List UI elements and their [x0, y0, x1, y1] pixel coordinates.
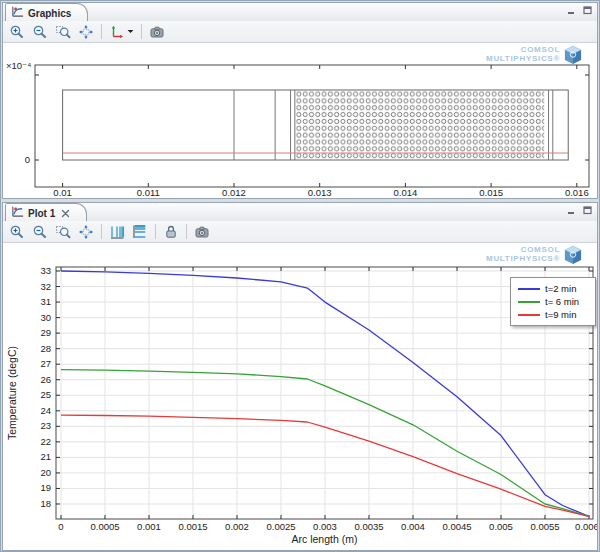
x-axis-log-scale-button[interactable]	[106, 222, 128, 242]
svg-text:0.004: 0.004	[401, 521, 425, 532]
legend-line-sample	[518, 314, 540, 316]
svg-text:0.015: 0.015	[479, 187, 503, 198]
svg-text:20: 20	[40, 467, 51, 478]
legend: t=2 mint= 6 mint=9 min	[510, 277, 596, 326]
comsol-cube-icon	[564, 45, 582, 69]
svg-text:0: 0	[58, 521, 63, 532]
zoom-extents-button[interactable]	[75, 222, 97, 242]
minimize-icon[interactable]	[567, 6, 576, 15]
svg-text:0.001: 0.001	[137, 521, 161, 532]
svg-text:0: 0	[25, 154, 30, 165]
svg-text:0.0005: 0.0005	[90, 521, 119, 532]
comsol-logo-line2: MULTIPHYSICS®	[486, 254, 560, 263]
plot-panel: Plot 1 00.00050.0010.00150.0020.00250.00…	[2, 202, 598, 551]
legend-item: t=9 min	[511, 308, 595, 321]
plot-canvas[interactable]: 00.00050.0010.00150.0020.00250.0030.0035…	[3, 243, 597, 550]
manual-axis-limits-icon	[163, 224, 179, 240]
plot-toolbar	[3, 221, 597, 243]
svg-text:22: 22	[40, 436, 51, 447]
zoom-in-icon	[9, 24, 25, 40]
go-to-default-view-button[interactable]	[106, 22, 137, 42]
svg-text:0.01: 0.01	[53, 187, 72, 198]
zoom-extents-button[interactable]	[75, 22, 97, 42]
tab-plot-1[interactable]: Plot 1	[5, 203, 87, 222]
svg-text:18: 18	[40, 498, 51, 509]
svg-text:0.013: 0.013	[308, 187, 332, 198]
zoom-out-button[interactable]	[29, 222, 51, 242]
zoom-in-button[interactable]	[6, 22, 28, 42]
svg-text:0.016: 0.016	[565, 187, 589, 198]
tab-graphics[interactable]: Graphics	[5, 3, 88, 22]
zoom-in-button[interactable]	[6, 222, 28, 242]
zoom-box-button[interactable]	[52, 22, 74, 42]
graphics-panel: Graphics 0.010.0110.0120.0130.0140.0150.…	[2, 2, 598, 199]
toolbar-separator	[101, 224, 102, 239]
svg-text:26: 26	[40, 374, 51, 385]
graphics-tab-icon	[11, 4, 24, 22]
close-icon[interactable]	[61, 209, 70, 218]
plot-tab-label: Plot 1	[28, 208, 55, 219]
svg-text:21: 21	[40, 451, 51, 462]
svg-text:0.014: 0.014	[394, 187, 418, 198]
comsol-logo-line2: MULTIPHYSICS®	[486, 54, 560, 63]
svg-text:23: 23	[40, 420, 51, 431]
svg-text:0.0045: 0.0045	[442, 521, 471, 532]
image-snapshot-button[interactable]	[146, 22, 168, 42]
manual-axis-limits-button[interactable]	[160, 222, 182, 242]
image-snapshot-button[interactable]	[191, 222, 213, 242]
svg-text:24: 24	[40, 405, 51, 416]
svg-text:0.005: 0.005	[489, 521, 513, 532]
svg-text:30: 30	[40, 312, 51, 323]
maximize-icon[interactable]	[583, 206, 592, 215]
svg-text:Arc length (m): Arc length (m)	[292, 533, 358, 545]
plot-tab-icon	[11, 204, 24, 222]
svg-text:32: 32	[40, 281, 51, 292]
graphics-toolbar	[3, 21, 597, 43]
toolbar-separator	[101, 24, 102, 39]
svg-text:0.0035: 0.0035	[354, 521, 383, 532]
zoom-extents-icon	[78, 24, 94, 40]
svg-text:0.011: 0.011	[137, 187, 160, 198]
comsol-logo: COMSOL MULTIPHYSICS®	[486, 245, 582, 269]
legend-item: t=2 min	[511, 282, 595, 295]
svg-text:0.0055: 0.0055	[530, 521, 559, 532]
maximize-icon[interactable]	[583, 6, 592, 15]
svg-text:25: 25	[40, 389, 51, 400]
svg-text:0.006: 0.006	[575, 521, 597, 532]
svg-text:27: 27	[40, 358, 51, 369]
graphics-canvas[interactable]: 0.010.0110.0120.0130.0140.0150.0160×10⁻⁴…	[3, 43, 597, 198]
svg-text:33: 33	[40, 265, 51, 276]
zoom-box-icon	[55, 224, 71, 240]
toolbar-separator	[186, 224, 187, 239]
svg-text:0.003: 0.003	[313, 521, 337, 532]
graphics-tab-label: Graphics	[28, 8, 71, 19]
plot-tabbar: Plot 1	[3, 203, 597, 222]
svg-text:31: 31	[40, 296, 51, 307]
comsol-logo-line1: COMSOL	[486, 45, 560, 54]
svg-text:29: 29	[40, 327, 51, 338]
toolbar-separator	[155, 224, 156, 239]
comsol-logo-line1: COMSOL	[486, 245, 560, 254]
legend-label: t=2 min	[545, 283, 576, 294]
zoom-extents-icon	[78, 224, 94, 240]
svg-text:0.012: 0.012	[222, 187, 246, 198]
x-axis-log-scale-icon	[109, 224, 125, 240]
graphics-tabbar: Graphics	[3, 3, 597, 22]
svg-text:Temperature (degC): Temperature (degC)	[6, 346, 18, 440]
zoom-box-icon	[55, 24, 71, 40]
svg-text:0.0015: 0.0015	[178, 521, 207, 532]
minimize-icon[interactable]	[567, 206, 576, 215]
legend-item: t= 6 min	[511, 295, 595, 308]
zoom-box-button[interactable]	[52, 222, 74, 242]
y-axis-log-scale-icon	[132, 224, 148, 240]
comsol-window: Graphics 0.010.0110.0120.0130.0140.0150.…	[0, 0, 600, 552]
svg-text:0.002: 0.002	[225, 521, 249, 532]
zoom-out-button[interactable]	[29, 22, 51, 42]
legend-label: t=9 min	[545, 309, 576, 320]
image-snapshot-icon	[194, 224, 210, 240]
legend-label: t= 6 min	[545, 296, 579, 307]
svg-text:28: 28	[40, 343, 51, 354]
y-axis-log-scale-button[interactable]	[129, 222, 151, 242]
comsol-cube-icon	[564, 245, 582, 269]
line-chart[interactable]: 00.00050.0010.00150.0020.00250.0030.0035…	[3, 243, 597, 550]
